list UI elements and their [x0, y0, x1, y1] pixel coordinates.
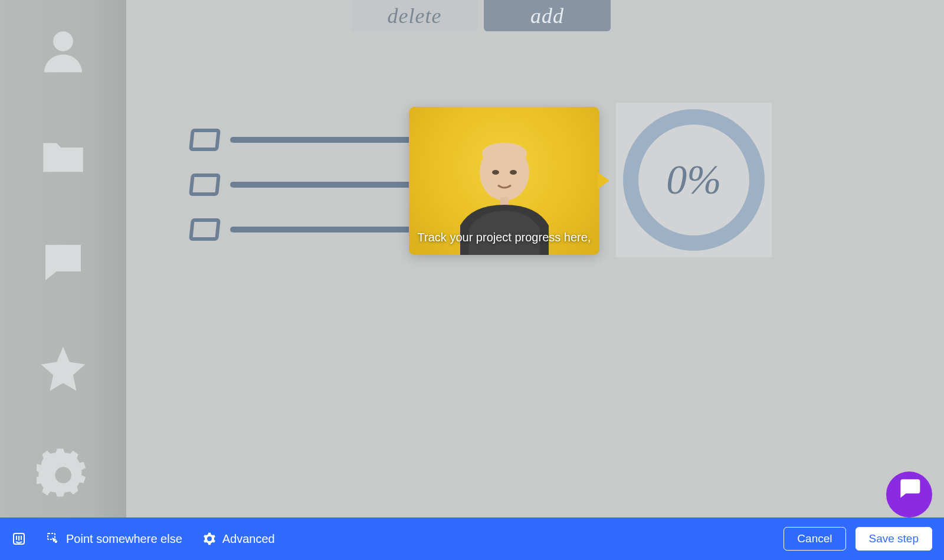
add-button[interactable]: add: [484, 0, 611, 31]
progress-card: 0%: [616, 103, 772, 257]
bottom-toolbar: Point somewhere else Advanced Cancel Sav…: [0, 518, 944, 560]
progress-value: 0%: [666, 156, 721, 204]
toolbar-left: Point somewhere else Advanced: [12, 532, 275, 546]
checkbox-icon: [189, 129, 221, 151]
star-icon[interactable]: [37, 342, 90, 395]
advanced-button[interactable]: Advanced: [202, 532, 275, 546]
header-pills: delete add: [351, 0, 611, 31]
svg-point-4: [482, 143, 527, 164]
intercom-logo-icon[interactable]: [12, 532, 26, 546]
folder-icon[interactable]: [37, 130, 90, 183]
delete-button[interactable]: delete: [351, 0, 478, 31]
sidebar: [0, 0, 126, 560]
point-label: Point somewhere else: [66, 532, 182, 546]
chat-icon[interactable]: [37, 236, 90, 289]
video-card[interactable]: Track your project progress here,: [409, 107, 599, 255]
save-step-button[interactable]: Save step: [856, 527, 933, 551]
video-caption: Track your project progress here,: [409, 231, 599, 244]
point-somewhere-else-button[interactable]: Point somewhere else: [46, 532, 182, 546]
advanced-label: Advanced: [222, 532, 275, 546]
chat-fab[interactable]: [886, 471, 932, 518]
svg-point-2: [492, 170, 499, 175]
checkbox-icon: [189, 173, 221, 196]
checkbox-icon: [189, 218, 221, 241]
svg-point-0: [53, 31, 73, 51]
toolbar-right: Cancel Save step: [784, 527, 932, 551]
svg-point-3: [510, 170, 517, 175]
speech-pointer-icon: [598, 172, 609, 189]
chat-bubble-icon: [896, 475, 922, 501]
cancel-button[interactable]: Cancel: [784, 527, 845, 551]
gear-icon[interactable]: [37, 448, 90, 502]
profile-icon[interactable]: [37, 24, 90, 77]
progress-ring: 0%: [623, 109, 765, 251]
